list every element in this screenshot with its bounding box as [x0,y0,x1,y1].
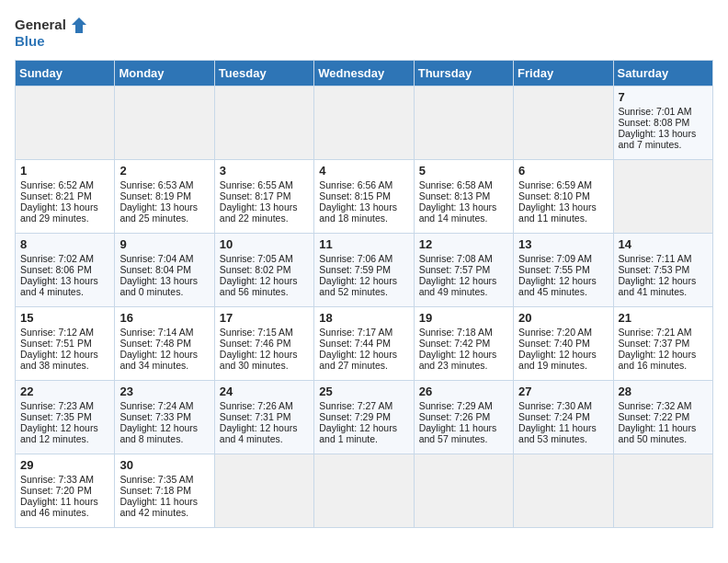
sunrise-text: Sunrise: 7:23 AM [20,400,94,411]
calendar-cell: 22Sunrise: 7:23 AMSunset: 7:35 PMDayligh… [16,381,115,454]
sunrise-text: Sunrise: 6:53 AM [119,179,193,190]
daylight-text: Daylight: 11 hours and 42 minutes. [119,496,198,518]
calendar-cell [214,454,313,528]
daylight-text: Daylight: 12 hours and 27 minutes. [319,349,397,371]
sunset-text: Sunset: 7:42 PM [419,338,491,349]
day-number: 21 [619,311,708,325]
day-number: 13 [518,237,608,251]
calendar-cell: 12Sunrise: 7:08 AMSunset: 7:57 PMDayligh… [414,234,513,307]
calendar-week-row: 15Sunrise: 7:12 AMSunset: 7:51 PMDayligh… [16,307,713,381]
calendar-cell: 2Sunrise: 6:53 AMSunset: 8:19 PMDaylight… [115,160,214,234]
sunrise-text: Sunrise: 6:56 AM [319,179,392,190]
daylight-text: Daylight: 13 hours and 14 minutes. [419,201,497,224]
sunrise-text: Sunrise: 6:55 AM [220,179,293,190]
day-number: 12 [419,237,508,251]
sunrise-text: Sunrise: 7:12 AM [20,327,94,338]
sunset-text: Sunset: 8:04 PM [119,264,191,275]
sunrise-text: Sunrise: 7:29 AM [419,400,493,411]
calendar-cell: 3Sunrise: 6:55 AMSunset: 8:17 PMDaylight… [214,160,313,234]
calendar-week-row: 22Sunrise: 7:23 AMSunset: 7:35 PMDayligh… [16,381,713,454]
sunrise-text: Sunrise: 7:02 AM [20,253,94,264]
sunset-text: Sunset: 7:48 PM [119,338,191,349]
sunset-text: Sunset: 8:17 PM [220,190,291,201]
calendar-week-row: 1Sunrise: 6:52 AMSunset: 8:21 PMDaylight… [16,160,713,234]
calendar-cell: 24Sunrise: 7:26 AMSunset: 7:31 PMDayligh… [214,381,313,454]
logo-flag-icon [68,15,88,35]
daylight-text: Daylight: 12 hours and 30 minutes. [220,349,298,371]
calendar-cell: 21Sunrise: 7:21 AMSunset: 7:37 PMDayligh… [613,307,712,381]
calendar-week-row: 29Sunrise: 7:33 AMSunset: 7:20 PMDayligh… [16,454,713,528]
daylight-text: Daylight: 12 hours and 38 minutes. [20,349,98,371]
sunrise-text: Sunrise: 7:20 AM [518,327,592,338]
sunrise-text: Sunrise: 7:04 AM [119,253,193,264]
sunrise-text: Sunrise: 7:21 AM [619,327,692,338]
calendar-cell: 15Sunrise: 7:12 AMSunset: 7:51 PMDayligh… [16,307,115,381]
sunset-text: Sunset: 7:35 PM [20,411,92,422]
daylight-text: Daylight: 12 hours and 45 minutes. [518,275,597,297]
calendar-cell: 23Sunrise: 7:24 AMSunset: 7:33 PMDayligh… [115,381,214,454]
calendar-cell: 18Sunrise: 7:17 AMSunset: 7:44 PMDayligh… [314,307,414,381]
day-number: 16 [119,311,209,325]
calendar-cell [314,86,414,160]
sunset-text: Sunset: 7:31 PM [220,411,291,422]
calendar-cell: 16Sunrise: 7:14 AMSunset: 7:48 PMDayligh… [115,307,214,381]
sunrise-text: Sunrise: 7:27 AM [319,400,392,411]
daylight-text: Daylight: 11 hours and 53 minutes. [518,422,597,444]
day-number: 11 [319,237,408,251]
day-number: 14 [619,237,708,251]
daylight-text: Daylight: 11 hours and 46 minutes. [20,496,98,518]
day-number: 22 [20,385,109,398]
daylight-text: Daylight: 13 hours and 29 minutes. [20,201,98,224]
sunset-text: Sunset: 7:29 PM [319,411,391,422]
sunset-text: Sunset: 8:10 PM [518,190,590,201]
sunrise-text: Sunrise: 7:05 AM [220,253,293,264]
daylight-text: Daylight: 13 hours and 7 minutes. [619,128,697,150]
day-number: 17 [220,311,309,325]
day-number: 28 [619,385,708,398]
sunset-text: Sunset: 7:26 PM [419,411,491,422]
sunset-text: Sunset: 7:44 PM [319,338,391,349]
calendar-cell: 11Sunrise: 7:06 AMSunset: 7:59 PMDayligh… [314,234,414,307]
daylight-text: Daylight: 12 hours and 49 minutes. [419,275,497,297]
weekday-header-thursday: Thursday [414,61,513,86]
sunset-text: Sunset: 8:13 PM [419,190,491,201]
calendar-cell: 30Sunrise: 7:35 AMSunset: 7:18 PMDayligh… [115,454,214,528]
sunrise-text: Sunrise: 7:01 AM [619,106,692,117]
calendar-cell: 27Sunrise: 7:30 AMSunset: 7:24 PMDayligh… [514,381,613,454]
calendar-cell: 6Sunrise: 6:59 AMSunset: 8:10 PMDaylight… [514,160,613,234]
sunrise-text: Sunrise: 7:35 AM [119,474,193,485]
sunrise-text: Sunrise: 7:18 AM [419,327,493,338]
sunrise-text: Sunrise: 7:09 AM [518,253,592,264]
day-number: 2 [119,164,209,178]
sunset-text: Sunset: 8:19 PM [119,190,191,201]
calendar-cell [16,86,115,160]
day-number: 18 [319,311,408,325]
calendar-cell: 4Sunrise: 6:56 AMSunset: 8:15 PMDaylight… [314,160,414,234]
weekday-header-saturday: Saturday [613,61,712,86]
day-number: 9 [119,237,209,251]
calendar-cell [514,454,613,528]
sunset-text: Sunset: 8:02 PM [220,264,291,275]
calendar-cell: 1Sunrise: 6:52 AMSunset: 8:21 PMDaylight… [16,160,115,234]
daylight-text: Daylight: 13 hours and 4 minutes. [20,275,98,297]
day-number: 4 [319,164,408,178]
daylight-text: Daylight: 12 hours and 52 minutes. [319,275,397,297]
sunset-text: Sunset: 7:55 PM [518,264,590,275]
day-number: 10 [220,237,309,251]
sunset-text: Sunset: 7:24 PM [518,411,590,422]
sunrise-text: Sunrise: 7:11 AM [619,253,692,264]
logo-blue-text: Blue [15,33,45,49]
day-number: 3 [220,164,309,178]
sunset-text: Sunset: 8:15 PM [319,190,391,201]
daylight-text: Daylight: 12 hours and 16 minutes. [619,349,697,371]
sunrise-text: Sunrise: 7:06 AM [319,253,392,264]
calendar-cell: 10Sunrise: 7:05 AMSunset: 8:02 PMDayligh… [214,234,313,307]
daylight-text: Daylight: 12 hours and 41 minutes. [619,275,697,297]
sunset-text: Sunset: 7:51 PM [20,338,92,349]
calendar-cell: 13Sunrise: 7:09 AMSunset: 7:55 PMDayligh… [514,234,613,307]
day-number: 20 [518,311,608,325]
calendar-cell: 20Sunrise: 7:20 AMSunset: 7:40 PMDayligh… [514,307,613,381]
calendar-week-row: 7Sunrise: 7:01 AMSunset: 8:08 PMDaylight… [16,86,713,160]
day-number: 27 [518,385,608,398]
weekday-header-friday: Friday [514,61,613,86]
